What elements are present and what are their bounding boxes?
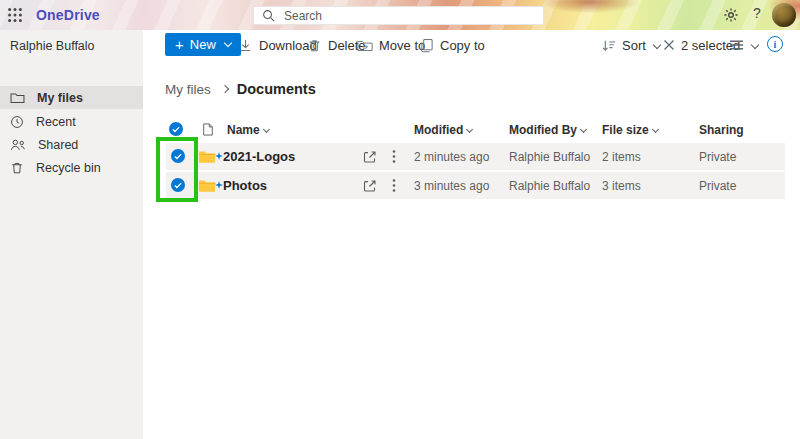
sidebar-item-shared[interactable]: Shared [0, 133, 143, 156]
sidebar-item-label: Recycle bin [36, 161, 101, 175]
chevron-down-icon [652, 126, 659, 133]
view-options-button[interactable] [729, 34, 758, 56]
table-row-2021-logos[interactable]: 2021-Logos 2 minutes ago Ralphie Buffalo… [166, 143, 785, 170]
more-options-icon[interactable] [392, 149, 396, 168]
share-icon[interactable] [362, 178, 378, 198]
search-icon [262, 9, 275, 22]
cell-file-size: 3 items [602, 179, 641, 193]
settings-button[interactable] [722, 6, 740, 24]
sidebar-item-recycle-bin[interactable]: Recycle bin [0, 156, 143, 179]
copy-to-label: Copy to [440, 38, 485, 53]
file-name[interactable]: 2021-Logos [223, 149, 295, 164]
move-to-icon [357, 39, 373, 52]
waffle-icon [7, 9, 23, 26]
column-header-modified-by[interactable]: Modified By [509, 123, 586, 137]
new-item-indicator-icon [215, 175, 223, 193]
cell-modified: 2 minutes ago [414, 150, 489, 164]
info-icon: i [774, 39, 777, 50]
folder-icon [198, 179, 216, 193]
sidebar-item-label: Recent [36, 115, 76, 129]
recycle-bin-icon [10, 161, 24, 175]
chevron-down-icon [653, 41, 661, 49]
plus-icon: + [175, 37, 184, 52]
select-all-checkbox[interactable] [169, 122, 183, 136]
sort-label: Sort [622, 38, 646, 53]
file-name[interactable]: Photos [223, 178, 267, 193]
folder-icon [10, 92, 25, 104]
cell-modified-by: Ralphie Buffalo [509, 150, 590, 164]
table-row-photos[interactable]: Photos 3 minutes ago Ralphie Buffalo 3 i… [166, 172, 785, 199]
list-view-icon [729, 39, 744, 51]
people-icon [10, 138, 26, 151]
sidebar-item-my-files[interactable]: My files [0, 86, 143, 109]
cell-file-size: 2 items [602, 150, 641, 164]
column-header-sharing[interactable]: Sharing [699, 123, 744, 137]
breadcrumb: My files Documents [165, 81, 316, 97]
app-title: OneDrive [36, 7, 100, 23]
annotation-highlight-box [156, 137, 198, 202]
breadcrumb-current: Documents [237, 81, 316, 97]
sort-icon [601, 38, 616, 53]
column-header-name[interactable]: Name [227, 123, 269, 137]
chevron-down-icon [263, 126, 270, 133]
new-button-label: New [190, 37, 216, 52]
chevron-down-icon [751, 41, 759, 49]
column-header-file-size[interactable]: File size [602, 123, 658, 137]
breadcrumb-parent[interactable]: My files [165, 82, 211, 97]
folder-icon [198, 150, 216, 164]
cell-sharing: Private [699, 150, 736, 164]
column-header-modified[interactable]: Modified [414, 123, 472, 137]
copy-to-icon [419, 38, 434, 53]
sidebar-item-label: My files [37, 91, 83, 105]
suite-bar: OneDrive ? [0, 0, 800, 30]
cell-modified-by: Ralphie Buffalo [509, 179, 590, 193]
account-avatar[interactable] [772, 3, 796, 27]
cell-modified: 3 minutes ago [414, 179, 489, 193]
sidebar-item-recent[interactable]: Recent [0, 110, 143, 133]
help-button[interactable]: ? [749, 5, 765, 21]
move-to-button[interactable]: Move to [357, 34, 425, 56]
document-type-icon [202, 122, 214, 137]
new-button[interactable]: + New [165, 33, 241, 56]
search-input[interactable] [282, 8, 535, 24]
download-button[interactable]: Download [238, 34, 317, 56]
chevron-down-icon [466, 126, 473, 133]
onedrive-window: OneDrive ? Ralphie Buffalo [0, 0, 800, 439]
delete-icon [307, 38, 322, 53]
account-owner-name: Ralphie Buffalo [10, 39, 95, 53]
app-launcher-button[interactable] [7, 7, 23, 23]
cell-sharing: Private [699, 179, 736, 193]
download-icon [238, 38, 253, 53]
chevron-down-icon [224, 39, 232, 47]
clock-icon [10, 115, 24, 129]
search-bar[interactable] [253, 6, 544, 25]
sort-button[interactable]: Sort [601, 34, 660, 56]
more-options-icon[interactable] [392, 178, 396, 197]
details-pane-button[interactable]: i [767, 36, 783, 52]
copy-to-button[interactable]: Copy to [419, 34, 485, 56]
chevron-down-icon [580, 126, 587, 133]
sidebar-item-label: Shared [38, 138, 78, 152]
sidebar: Ralphie Buffalo My files Recent [0, 30, 143, 439]
chevron-right-icon [221, 85, 229, 93]
share-icon[interactable] [362, 149, 378, 169]
gear-icon [723, 7, 739, 23]
new-item-indicator-icon [215, 146, 223, 164]
close-icon [663, 39, 675, 51]
